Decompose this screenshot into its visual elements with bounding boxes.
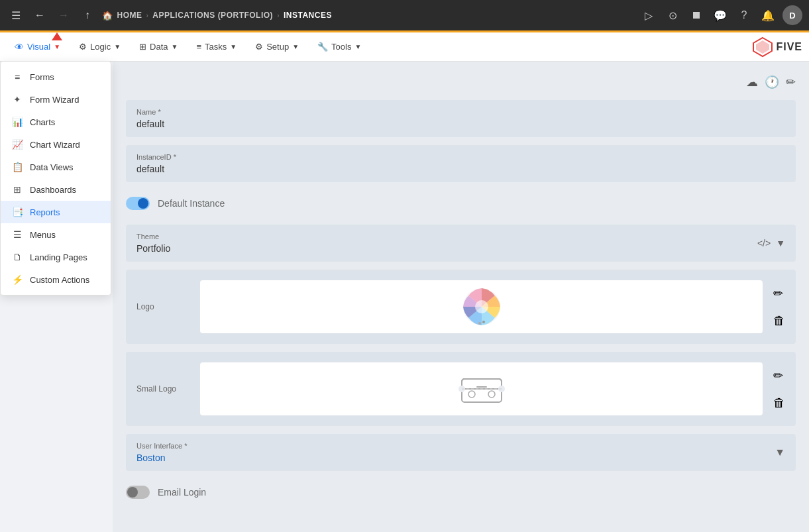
data-icon: ⊞ bbox=[139, 42, 146, 52]
instance-id-value: default bbox=[136, 164, 785, 174]
logic-dropdown-arrow: ▼ bbox=[114, 43, 121, 50]
dropdown-item-charts[interactable]: 📊 Charts bbox=[1, 111, 111, 133]
ui-field-value: Boston bbox=[136, 452, 775, 463]
svg-rect-15 bbox=[476, 386, 487, 388]
small-logo-delete-icon[interactable]: 🗑 bbox=[773, 396, 785, 410]
dropdown-item-reports[interactable]: 📑 Reports bbox=[1, 201, 111, 223]
up-icon[interactable]: ↑ bbox=[78, 6, 97, 25]
nav-setup[interactable]: ⚙ Setup ▼ bbox=[247, 38, 307, 56]
secondary-nav: 👁 Visual ▼ ⚙ Logic ▼ ⊞ Data ▼ ≡ Tasks ▼ … bbox=[0, 32, 809, 62]
nav-data-label: Data bbox=[150, 42, 168, 52]
svg-point-12 bbox=[468, 391, 475, 398]
breadcrumb-sep-2: › bbox=[277, 12, 280, 19]
theme-field-inner: Theme Portfolio bbox=[136, 233, 757, 254]
chat-icon[interactable]: 💬 bbox=[711, 6, 729, 25]
setup-dropdown-arrow: ▼ bbox=[292, 43, 299, 50]
data-dropdown-arrow: ▼ bbox=[172, 43, 178, 50]
dropdown-item-dashboards[interactable]: ⊞ Dashboards bbox=[1, 178, 111, 201]
dropdown-item-custom-actions[interactable]: ⚡ Custom Actions bbox=[1, 268, 111, 291]
tasks-dropdown-arrow: ▼ bbox=[230, 43, 237, 50]
play-icon[interactable]: ▷ bbox=[639, 6, 658, 25]
email-toggle-knob bbox=[127, 487, 138, 498]
svg-marker-1 bbox=[756, 40, 769, 54]
form-wizard-icon: ✦ bbox=[11, 94, 23, 105]
search-icon[interactable]: ⊙ bbox=[663, 6, 682, 25]
main-layout: ☁ 🕐 ✏ Name * default InstanceID * defaul… bbox=[0, 62, 809, 532]
ui-field-label: User Interface * bbox=[136, 442, 775, 450]
instance-id-field-card: InstanceID * default bbox=[126, 145, 796, 182]
nav-data[interactable]: ⊞ Data ▼ bbox=[131, 38, 186, 56]
small-logo-image bbox=[455, 369, 508, 409]
dropdown-landing-pages-label: Landing Pages bbox=[30, 252, 87, 262]
default-instance-row: Default Instance bbox=[126, 190, 796, 217]
logo-actions: ✏ 🗑 bbox=[773, 286, 785, 328]
nav-setup-label: Setup bbox=[266, 42, 289, 52]
theme-field-card: Theme Portfolio </> ▼ bbox=[126, 225, 796, 262]
top-bar-right: ▷ ⊙ ⏹ 💬 ? 🔔 D bbox=[639, 5, 802, 25]
email-login-toggle[interactable] bbox=[126, 486, 150, 499]
clock-icon[interactable]: 🕐 bbox=[765, 75, 779, 89]
dropdown-item-form-wizard[interactable]: ✦ Form Wizard bbox=[1, 88, 111, 111]
tasks-icon: ≡ bbox=[196, 42, 201, 52]
small-logo-section: Small Logo bbox=[126, 352, 796, 426]
svg-marker-2 bbox=[52, 32, 62, 40]
nav-logic-label: Logic bbox=[90, 42, 111, 52]
nav-logic[interactable]: ⚙ Logic ▼ bbox=[71, 38, 129, 56]
nav-tasks[interactable]: ≡ Tasks ▼ bbox=[188, 38, 244, 56]
theme-code-icon[interactable]: </> bbox=[757, 238, 771, 248]
dropdown-dashboards-label: Dashboards bbox=[30, 185, 76, 195]
top-bar: ☰ ← → ↑ 🏠 HOME › APPLICATIONS (PORTFOLIO… bbox=[0, 0, 809, 30]
tools-icon: 🔧 bbox=[317, 42, 328, 52]
dropdown-item-landing-pages[interactable]: 🗋 Landing Pages bbox=[1, 246, 111, 268]
dropdown-data-views-label: Data Views bbox=[30, 162, 74, 172]
theme-dropdown-icon[interactable]: ▼ bbox=[776, 238, 785, 248]
back-icon[interactable]: ← bbox=[30, 6, 49, 25]
logo-edit-icon[interactable]: ✏ bbox=[773, 286, 785, 301]
five-logo: FIVE bbox=[752, 36, 802, 58]
default-instance-toggle[interactable] bbox=[126, 197, 150, 210]
dropdown-menus-label: Menus bbox=[30, 230, 56, 240]
charts-icon: 📊 bbox=[11, 117, 23, 127]
logo-label: Logo bbox=[136, 302, 189, 311]
five-logo-text: FIVE bbox=[776, 41, 802, 53]
dropdown-item-forms[interactable]: ≡ Forms bbox=[1, 66, 111, 88]
dropdown-item-chart-wizard[interactable]: 📈 Chart Wizard bbox=[1, 133, 111, 156]
dropdown-item-menus[interactable]: ☰ Menus bbox=[1, 223, 111, 246]
dropdown-chart-wizard-label: Chart Wizard bbox=[30, 140, 80, 150]
ui-field-card: User Interface * Boston ▼ bbox=[126, 434, 796, 471]
data-views-icon: 📋 bbox=[11, 162, 23, 172]
content-header: ☁ 🕐 ✏ bbox=[126, 75, 796, 89]
ui-dropdown-icon[interactable]: ▼ bbox=[775, 447, 785, 458]
small-logo-preview bbox=[200, 362, 763, 415]
breadcrumb-instances[interactable]: INSTANCES bbox=[284, 11, 332, 20]
bell-icon[interactable]: 🔔 bbox=[759, 6, 777, 25]
forms-icon: ≡ bbox=[11, 72, 23, 82]
help-icon[interactable]: ? bbox=[735, 6, 753, 25]
breadcrumb-applications[interactable]: APPLICATIONS (PORTFOLIO) bbox=[152, 11, 273, 20]
hamburger-icon[interactable]: ☰ bbox=[7, 6, 25, 25]
avatar[interactable]: D bbox=[782, 5, 802, 25]
svg-point-7 bbox=[478, 322, 481, 325]
visual-dropdown-menu: ≡ Forms ✦ Form Wizard 📊 Charts 📈 Chart W… bbox=[0, 61, 111, 295]
breadcrumb-home[interactable]: HOME bbox=[117, 11, 142, 20]
dropdown-item-data-views[interactable]: 📋 Data Views bbox=[1, 156, 111, 178]
svg-rect-8 bbox=[462, 379, 502, 402]
theme-field-icons: </> ▼ bbox=[757, 238, 785, 248]
dashboards-icon: ⊞ bbox=[11, 184, 23, 195]
edit-icon[interactable]: ✏ bbox=[786, 75, 796, 89]
nav-tools[interactable]: 🔧 Tools ▼ bbox=[309, 38, 369, 56]
chart-wizard-icon: 📈 bbox=[11, 139, 23, 150]
menus-icon: ☰ bbox=[11, 229, 23, 240]
stop-icon[interactable]: ⏹ bbox=[687, 6, 706, 25]
dropdown-forms-label: Forms bbox=[30, 72, 54, 82]
logo-delete-icon[interactable]: 🗑 bbox=[773, 314, 785, 328]
small-logo-label: Small Logo bbox=[136, 384, 189, 394]
dropdown-form-wizard-label: Form Wizard bbox=[30, 95, 79, 105]
svg-point-6 bbox=[482, 321, 485, 323]
default-instance-label: Default Instance bbox=[158, 198, 225, 209]
ui-field-inner: User Interface * Boston bbox=[136, 442, 775, 463]
theme-value: Portfolio bbox=[136, 243, 757, 254]
forward-icon[interactable]: → bbox=[54, 6, 73, 25]
small-logo-edit-icon[interactable]: ✏ bbox=[773, 368, 785, 383]
cloud-icon[interactable]: ☁ bbox=[746, 75, 758, 89]
